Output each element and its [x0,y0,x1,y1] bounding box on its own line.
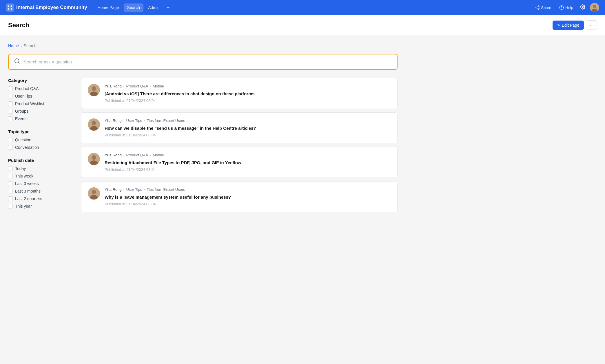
filter-label-this-year: This year [15,204,32,208]
filter-label-this-week: This week [15,174,33,178]
filter-label-user-tips: User Tips [15,94,32,98]
filter-checkbox-last-2-quarters[interactable] [8,196,13,201]
topnav-link-admin[interactable]: Admin [145,3,163,12]
result-meta-4: Yilia Rong ● User Tips › Tips from Exper… [105,187,391,192]
filter-checkbox-conversation[interactable] [8,145,13,150]
filter-checkbox-last-3-weeks[interactable] [8,181,13,186]
more-options-button[interactable]: ··· [587,20,597,30]
filter-item-product-qa[interactable]: Product Q&A [8,86,72,91]
svg-point-2 [8,8,9,10]
filter-checkbox-product-qa[interactable] [8,86,13,91]
result-author-4: Yilia Rong [105,187,122,192]
result-title-1[interactable]: [Android vs iOS] There are differences i… [105,91,391,97]
share-button[interactable]: Share [533,4,554,11]
svg-point-18 [92,86,96,91]
filter-label-conversation: Conversation [15,145,39,150]
svg-line-8 [537,6,538,7]
filter-label-product-qa: Product Q&A [15,86,39,91]
result-body-1: Yilia Rong ● Product Q&A › Mobile [Andro… [105,84,391,103]
result-category-3: Product Q&A [126,153,148,157]
svg-point-5 [536,7,537,8]
filter-item-user-tips[interactable]: User Tips [8,94,72,98]
brand[interactable]: Internal Employee Community [6,3,87,12]
filter-category-title: Category [8,78,72,83]
filter-checkbox-question[interactable] [8,138,13,142]
filter-section-category: Category Product Q&A User Tips Product W… [8,78,72,121]
filter-item-last-3-weeks[interactable]: Last 3 weeks [8,181,72,186]
result-meta-2: Yilia Rong ● User Tips › Tips from Exper… [105,118,391,123]
filter-checkbox-this-week[interactable] [8,174,13,178]
result-title-2[interactable]: How can we disable the "send us a messag… [105,125,391,131]
page-header: Search ✎ Edit Page ··· [0,15,605,35]
filter-item-product-wishlist[interactable]: Product Wishlist [8,101,72,106]
filter-label-last-3-weeks: Last 3 weeks [15,181,39,186]
result-avatar-4 [88,187,100,200]
filter-item-this-year[interactable]: This year [8,204,72,208]
filter-topic-type-title: Topic type [8,129,72,134]
svg-line-7 [537,8,538,9]
svg-line-16 [18,62,19,63]
filter-checkbox-groups[interactable] [8,109,13,114]
filter-checkbox-this-year[interactable] [8,204,13,208]
result-body-3: Yilia Rong ● Product Q&A › Mobile Restri… [105,153,391,172]
breadcrumb: Home › Search [8,43,398,48]
user-avatar[interactable] [590,3,599,12]
filter-item-conversation[interactable]: Conversation [8,145,72,150]
topnav-link-home[interactable]: Home Page [94,3,123,12]
search-input[interactable] [24,59,392,64]
svg-point-4 [538,6,539,7]
svg-point-15 [15,59,19,63]
filter-section-publish-date: Publish date Today This week Last 3 week… [8,158,72,208]
result-category-1: Product Q&A [126,84,148,88]
breadcrumb-separator: › [21,44,22,48]
filter-checkbox-events[interactable] [8,116,13,121]
filter-item-today[interactable]: Today [8,166,72,171]
result-title-3[interactable]: Restricting Attachment File Types to PDF… [105,160,391,166]
svg-point-3 [11,8,12,10]
result-author-1: Yilia Rong [105,84,122,88]
results-list: Yilia Rong ● Product Q&A › Mobile [Andro… [81,78,398,217]
filter-item-events[interactable]: Events [8,116,72,121]
topnav-plus-button[interactable]: + [164,3,172,12]
breadcrumb-home-link[interactable]: Home [8,43,19,48]
result-title-4[interactable]: Why is a leave management system useful … [105,194,391,200]
filter-item-this-week[interactable]: This week [8,174,72,178]
filter-label-last-3-months: Last 3 months [15,189,41,193]
search-icon [14,58,20,66]
topnav-right: Share Help [533,3,599,12]
help-button[interactable]: Help [557,4,575,11]
result-date-2: Published at 01/04/2024 08:04 [105,133,391,137]
result-author-2: Yilia Rong [105,118,122,123]
result-subcategory-1: Mobile [153,84,164,88]
filter-checkbox-today[interactable] [8,166,13,171]
result-body-4: Yilia Rong ● User Tips › Tips from Exper… [105,187,391,206]
result-date-3: Published at 01/04/2024 08:04 [105,167,391,172]
result-author-3: Yilia Rong [105,153,122,157]
result-item-3: Yilia Rong ● Product Q&A › Mobile Restri… [81,147,398,178]
settings-icon[interactable] [579,3,586,12]
filter-label-groups: Groups [15,109,28,114]
result-date-4: Published at 01/04/2024 08:04 [105,202,391,206]
result-subcategory-4: Tips from Expert Users [147,187,185,192]
page-title: Search [8,21,29,29]
filter-label-question: Question [15,138,31,142]
result-item-4: Yilia Rong ● User Tips › Tips from Exper… [81,181,398,212]
brand-name: Internal Employee Community [16,5,87,10]
filter-checkbox-user-tips[interactable] [8,94,13,98]
filter-item-groups[interactable]: Groups [8,109,72,114]
result-date-1: Published at 01/04/2024 08:04 [105,98,391,103]
filter-item-last-3-months[interactable]: Last 3 months [8,189,72,193]
filter-checkbox-last-3-months[interactable] [8,189,13,193]
svg-point-1 [11,6,12,7]
filter-label-last-2-quarters: Last 2 quarters [15,196,42,201]
svg-point-21 [92,121,96,125]
filter-item-last-2-quarters[interactable]: Last 2 quarters [8,196,72,201]
share-label: Share [541,6,551,10]
result-subcategory-2: Tips from Expert Users [147,118,185,123]
topnav-link-search[interactable]: Search [124,3,143,12]
filter-item-question[interactable]: Question [8,138,72,142]
result-category-4: User Tips [126,187,142,192]
filter-checkbox-product-wishlist[interactable] [8,101,13,106]
filter-label-product-wishlist: Product Wishlist [15,101,44,106]
edit-page-button[interactable]: ✎ Edit Page [553,21,584,30]
